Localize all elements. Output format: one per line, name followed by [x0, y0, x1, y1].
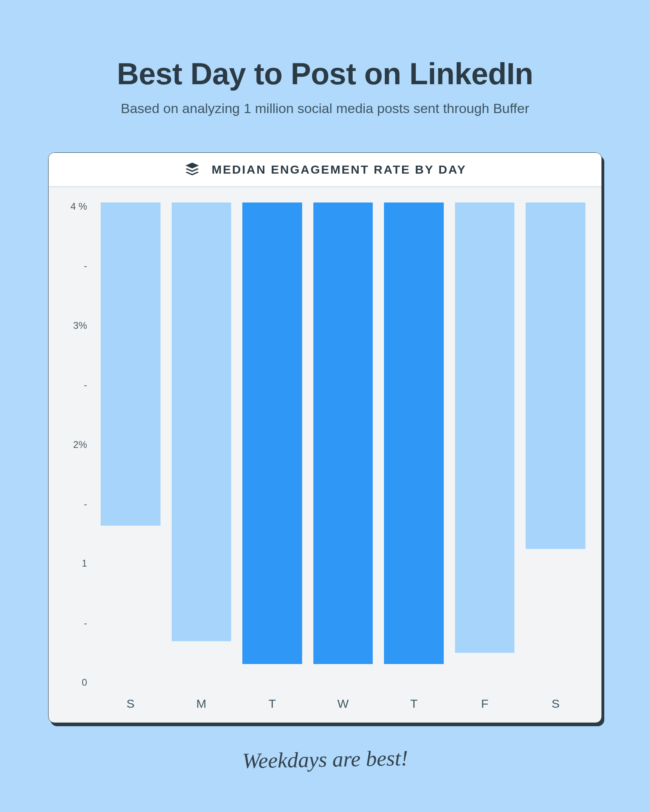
chart-panel: MEDIAN ENGAGEMENT RATE BY DAY 4 %-3%-2%-…: [48, 152, 602, 723]
bar: [101, 202, 160, 526]
y-axis: 4 %-3%-2%-1-0: [57, 202, 93, 711]
bar: [313, 202, 373, 664]
plot-area: 4 %-3%-2%-1-0 SMTWTFS: [49, 186, 601, 723]
page-subtitle: Based on analyzing 1 million social medi…: [121, 101, 529, 116]
bar: [384, 202, 444, 664]
x-tick: F: [455, 697, 515, 711]
bar: [172, 202, 232, 641]
x-axis: SMTWTFS: [93, 687, 593, 711]
bar-slot: [384, 202, 444, 687]
bar: [242, 202, 302, 664]
buffer-icon: [184, 161, 201, 178]
bar: [455, 202, 515, 653]
caption: Weekdays are best!: [242, 745, 408, 773]
bar-slot: [172, 202, 232, 687]
bar-slot: [101, 202, 160, 687]
bar-slot: [455, 202, 515, 687]
bar-slot: [526, 202, 585, 687]
x-tick: T: [242, 697, 302, 711]
bar-slot: [313, 202, 373, 687]
x-tick: S: [101, 697, 160, 711]
plot: SMTWTFS: [93, 202, 593, 711]
infographic-card: Best Day to Post on LinkedIn Based on an…: [16, 16, 634, 796]
bars-container: [93, 202, 593, 687]
x-tick: S: [526, 697, 585, 711]
page-title: Best Day to Post on LinkedIn: [117, 56, 533, 91]
chart-header: MEDIAN ENGAGEMENT RATE BY DAY: [49, 153, 601, 186]
x-tick: M: [172, 697, 232, 711]
x-tick: W: [313, 697, 373, 711]
x-tick: T: [384, 697, 444, 711]
bar-slot: [242, 202, 302, 687]
chart-title: MEDIAN ENGAGEMENT RATE BY DAY: [212, 163, 467, 176]
bar: [526, 202, 585, 549]
